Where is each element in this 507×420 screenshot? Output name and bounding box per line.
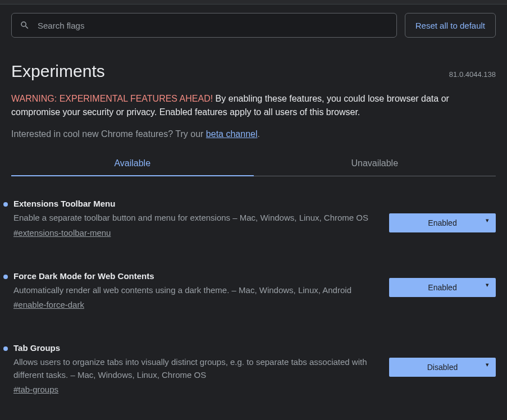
search-container[interactable] <box>11 13 397 38</box>
modified-dot-icon <box>3 275 8 279</box>
flag-title: Tab Groups <box>13 343 373 353</box>
search-icon <box>20 20 30 30</box>
flag-list: Extensions Toolbar Menu Enable a separat… <box>0 176 507 394</box>
flag-item: Force Dark Mode for Web Contents Automat… <box>11 271 496 310</box>
flag-anchor-link[interactable]: #tab-groups <box>13 385 58 394</box>
interest-suffix: . <box>257 129 259 139</box>
search-input[interactable] <box>38 21 389 30</box>
flag-description: Enable a separate toolbar button and men… <box>13 212 373 225</box>
tabs: Available Unavailable <box>11 152 496 176</box>
title-row: Experiments 81.0.4044.138 <box>0 46 507 86</box>
modified-dot-icon <box>3 346 8 351</box>
flag-state-select[interactable]: Enabled <box>389 213 496 232</box>
flag-description: Automatically render all web contents us… <box>13 284 373 297</box>
tab-unavailable[interactable]: Unavailable <box>254 152 496 176</box>
flag-item: Tab Groups Allows users to organize tabs… <box>11 343 496 394</box>
modified-dot-icon <box>3 202 8 207</box>
flag-description: Allows users to organize tabs into visua… <box>13 356 373 381</box>
header-row: Reset all to default <box>0 4 507 46</box>
tab-available[interactable]: Available <box>11 152 254 176</box>
flag-title: Extensions Toolbar Menu <box>13 199 373 208</box>
page-title: Experiments <box>11 62 105 81</box>
flag-anchor-link[interactable]: #enable-force-dark <box>13 300 84 309</box>
version-label: 81.0.4044.138 <box>449 70 496 79</box>
warning-prefix: WARNING: EXPERIMENTAL FEATURES AHEAD! <box>11 94 213 103</box>
flag-title: Force Dark Mode for Web Contents <box>13 271 373 281</box>
warning-text: WARNING: EXPERIMENTAL FEATURES AHEAD! By… <box>0 86 507 119</box>
beta-channel-link[interactable]: beta channel <box>206 129 258 139</box>
flag-state-select[interactable]: Disabled <box>389 358 496 377</box>
reset-all-button[interactable]: Reset all to default <box>405 13 496 38</box>
flag-anchor-link[interactable]: #extensions-toolbar-menu <box>13 228 111 238</box>
flag-item: Extensions Toolbar Menu Enable a separat… <box>11 199 496 238</box>
window-topbar <box>0 0 507 4</box>
interest-text: Interested in cool new Chrome features? … <box>0 119 507 152</box>
interest-prefix: Interested in cool new Chrome features? … <box>11 129 206 139</box>
flag-state-select[interactable]: Enabled <box>389 278 496 297</box>
